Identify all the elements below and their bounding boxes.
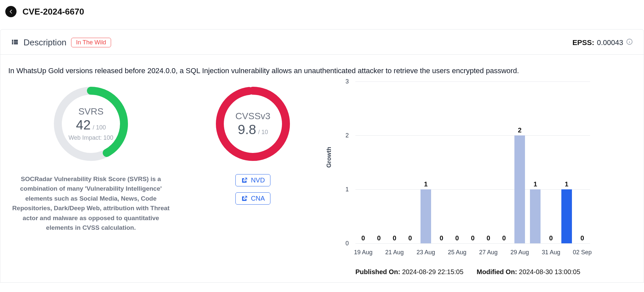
bar-wrap: 0 bbox=[355, 81, 371, 243]
bar-value-label: 1 bbox=[565, 180, 568, 188]
bar-wrap: 0 bbox=[434, 81, 449, 243]
page-title: CVE-2024-6670 bbox=[22, 7, 84, 17]
topbar: CVE-2024-6670 bbox=[0, 0, 644, 23]
bar bbox=[561, 189, 572, 243]
bar-wrap: 0 bbox=[575, 81, 590, 243]
bar-value-label: 1 bbox=[534, 180, 537, 188]
bar-wrap: 0 bbox=[481, 81, 496, 243]
list-icon bbox=[11, 38, 19, 47]
modified-value: 2024-08-30 13:00:05 bbox=[519, 268, 581, 275]
link-label: NVD bbox=[251, 176, 265, 184]
bar-wrap: 0 bbox=[543, 81, 559, 243]
chart-ylabel: Growth bbox=[326, 147, 333, 168]
bar-wrap: 0 bbox=[371, 81, 386, 243]
cvss-score: 9.8 bbox=[238, 122, 256, 137]
xtick: 23 Aug bbox=[417, 249, 435, 256]
bar-wrap: 0 bbox=[449, 81, 465, 243]
bar-value-label: 0 bbox=[408, 234, 412, 242]
ytick: 2 bbox=[345, 132, 349, 139]
ytick: 3 bbox=[345, 78, 349, 85]
bar-value-label: 0 bbox=[549, 234, 553, 242]
bar-value-label: 0 bbox=[393, 234, 396, 242]
cvss-ring: CVSSv3 9.8 / 10 bbox=[213, 84, 293, 164]
bar-value-label: 0 bbox=[377, 234, 381, 242]
bar-wrap: 2 bbox=[512, 81, 527, 243]
description-text: In WhatsUp Gold versions released before… bbox=[8, 65, 636, 76]
bar-value-label: 0 bbox=[581, 234, 584, 242]
in-the-wild-badge: In The Wild bbox=[71, 38, 111, 47]
bar bbox=[514, 135, 525, 243]
xtick: 27 Aug bbox=[479, 249, 498, 256]
bar-value-label: 0 bbox=[440, 234, 443, 242]
published-label: Published On: bbox=[355, 268, 400, 275]
bar-value-label: 0 bbox=[455, 234, 459, 242]
bar-value-label: 0 bbox=[502, 234, 506, 242]
svrs-column: SVRS 42 / 100 Web Impact: 100 SOCRadar V… bbox=[8, 81, 174, 233]
bar bbox=[421, 189, 431, 243]
xtick: 02 Sep bbox=[573, 249, 592, 256]
bar-wrap: 1 bbox=[559, 81, 574, 243]
ytick: 1 bbox=[345, 186, 349, 193]
link-label: CNA bbox=[251, 195, 265, 202]
card-body: In WhatsUp Gold versions released before… bbox=[0, 55, 644, 282]
ytick: 0 bbox=[345, 240, 349, 247]
cna-link[interactable]: CNA bbox=[235, 192, 270, 205]
bar-wrap: 0 bbox=[402, 81, 418, 243]
bar-value-label: 0 bbox=[487, 234, 490, 242]
bar-value-label: 0 bbox=[361, 234, 365, 242]
cvss-denom: / 10 bbox=[258, 129, 268, 136]
cvss-column: CVSSv3 9.8 / 10 NVDCNA bbox=[174, 81, 332, 205]
cvss-links: NVDCNA bbox=[235, 174, 270, 205]
epss-value: 0.00043 bbox=[597, 38, 623, 47]
card-header: Description In The Wild EPSS: 0.00043 bbox=[0, 29, 644, 55]
back-button[interactable] bbox=[5, 6, 17, 17]
bar-value-label: 1 bbox=[424, 180, 427, 188]
svrs-name: SVRS bbox=[78, 106, 103, 117]
nvd-link[interactable]: NVD bbox=[235, 174, 270, 186]
svrs-ring: SVRS 42 / 100 Web Impact: 100 bbox=[51, 84, 131, 164]
section-title: Description bbox=[23, 37, 66, 48]
svrs-web-impact: Web Impact: 100 bbox=[68, 134, 113, 141]
external-link-icon bbox=[241, 177, 248, 184]
external-link-icon bbox=[241, 195, 248, 202]
bar-wrap: 1 bbox=[418, 81, 433, 243]
modified-label: Modified On: bbox=[477, 268, 517, 275]
epss-label: EPSS: bbox=[572, 38, 594, 47]
xtick: 19 Aug bbox=[354, 249, 373, 256]
bar-value-label: 2 bbox=[518, 126, 521, 134]
xtick: 29 Aug bbox=[510, 249, 529, 256]
xtick: 25 Aug bbox=[448, 249, 466, 256]
svrs-blurb: SOCRadar Vulnerability Risk Score (SVRS)… bbox=[12, 174, 170, 233]
bar-wrap: 0 bbox=[465, 81, 480, 243]
chart-column: Growth 0123000010000021010 19 Aug21 Aug2… bbox=[332, 81, 636, 276]
bar-wrap: 1 bbox=[528, 81, 543, 243]
chart-meta: Published On: 2024-08-29 22:15:05 Modifi… bbox=[355, 268, 580, 276]
xtick: 21 Aug bbox=[385, 249, 404, 256]
bar-value-label: 0 bbox=[471, 234, 474, 242]
arrow-left-icon bbox=[8, 9, 14, 15]
svrs-denom: / 100 bbox=[93, 124, 106, 131]
cvss-name: CVSSv3 bbox=[235, 111, 270, 122]
xtick: 31 Aug bbox=[542, 249, 560, 256]
growth-chart: Growth 0123000010000021010 19 Aug21 Aug2… bbox=[332, 81, 590, 260]
info-icon[interactable] bbox=[626, 38, 633, 47]
bar-wrap: 0 bbox=[387, 81, 402, 243]
svrs-score: 42 bbox=[76, 118, 91, 132]
published-value: 2024-08-29 22:15:05 bbox=[402, 268, 463, 275]
bar bbox=[530, 189, 541, 243]
description-card: Description In The Wild EPSS: 0.00043 In… bbox=[0, 29, 644, 283]
bar-wrap: 0 bbox=[496, 81, 512, 243]
